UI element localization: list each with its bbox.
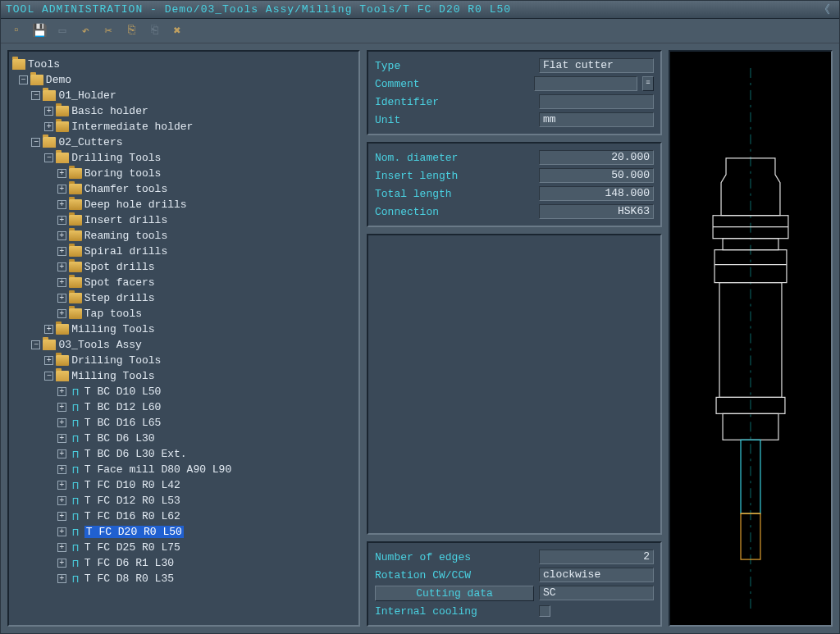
cut-icon[interactable]: ✂	[99, 22, 117, 40]
expander-icon[interactable]: +	[57, 434, 66, 443]
tree-item[interactable]: +⊓T FC D16 R0 L62	[12, 509, 355, 524]
tree-item[interactable]: +Deep hole drills	[12, 197, 355, 212]
expander-icon[interactable]: +	[57, 185, 66, 194]
expander-icon[interactable]: +	[57, 527, 66, 536]
tree-item[interactable]: +⊓T FC D25 R0 L75	[12, 540, 355, 555]
expander-icon[interactable]: +	[57, 481, 66, 490]
tree-item[interactable]: +Intermediate holder	[12, 119, 355, 135]
expander-icon[interactable]: −	[19, 75, 28, 84]
tree-panel[interactable]: Tools −Demo −01_Holder +Basic holder +In…	[7, 50, 360, 627]
tree-item[interactable]: +⊓T FC D12 R0 L53	[12, 493, 355, 509]
tree-item[interactable]: +⊓T FC D10 R0 L42	[12, 477, 355, 493]
collapse-icon[interactable]: 《	[815, 2, 834, 17]
expander-icon[interactable]: −	[31, 340, 40, 349]
delete-icon[interactable]: ✖	[168, 22, 186, 40]
expander-icon[interactable]: +	[57, 512, 66, 521]
tree-item[interactable]: +Reaming tools	[12, 228, 355, 244]
tree-item[interactable]: +⊓T BC D6 L30 Ext.	[12, 446, 355, 462]
expander-icon[interactable]: +	[57, 169, 66, 178]
rotation-label: Rotation CW/CCW	[375, 569, 534, 582]
edges-field[interactable]: 2	[539, 550, 654, 564]
svg-rect-4	[714, 250, 787, 283]
copy-icon[interactable]: ⎘	[122, 22, 140, 40]
tree-item-selected[interactable]: +⊓T FC D20 R0 L50	[12, 524, 355, 540]
identifier-label: Identifier	[375, 96, 534, 108]
new-icon[interactable]: ▫	[7, 22, 25, 40]
expander-icon[interactable]: +	[57, 496, 66, 505]
tree-item[interactable]: +Spot facers	[12, 275, 355, 290]
expander-icon[interactable]: +	[57, 309, 66, 318]
expander-icon[interactable]: −	[31, 138, 40, 147]
tree-item[interactable]: −Demo	[12, 72, 355, 88]
tree-item[interactable]: +Tap tools	[12, 306, 355, 322]
insert-length-field[interactable]: 50.000	[539, 168, 654, 183]
properties-panel-cutting: Number of edges 2 Rotation CW/CCW clockw…	[367, 541, 662, 627]
expander-icon[interactable]: +	[57, 247, 66, 256]
expander-icon[interactable]: +	[57, 262, 66, 271]
folder-closed-icon	[69, 293, 82, 303]
tree-item[interactable]: +⊓T BC D12 L60	[12, 399, 355, 415]
comment-dropdown-icon[interactable]: ≡	[642, 76, 654, 91]
cutting-data-field[interactable]: SC	[539, 586, 654, 600]
expander-icon[interactable]: +	[57, 418, 66, 427]
connection-field[interactable]: HSK63	[539, 204, 654, 219]
expander-icon[interactable]: +	[57, 574, 66, 583]
type-field[interactable]: Flat cutter	[539, 58, 654, 73]
expander-icon[interactable]: +	[57, 387, 66, 396]
unit-field[interactable]: mm	[539, 112, 654, 127]
tree-item[interactable]: +⊓T BC D10 L50	[12, 384, 355, 399]
expander-icon[interactable]: +	[44, 325, 53, 334]
rotation-field[interactable]: clockwise	[539, 568, 654, 582]
total-length-field[interactable]: 148.000	[539, 186, 654, 201]
expander-icon[interactable]: +	[57, 559, 66, 568]
insert-length-label: Insert length	[375, 170, 534, 182]
expander-icon[interactable]: +	[57, 278, 66, 287]
tree-item[interactable]: +⊓T BC D6 L30	[12, 431, 355, 446]
expander-icon[interactable]: +	[57, 294, 66, 303]
tree-item[interactable]: +Boring tools	[12, 166, 355, 181]
tree-item[interactable]: −Drilling Tools	[12, 150, 355, 166]
tree-item[interactable]: −02_Cutters	[12, 135, 355, 150]
expander-icon[interactable]: +	[44, 122, 53, 131]
tree-item[interactable]: −01_Holder	[12, 88, 355, 103]
tree-item[interactable]: +Milling Tools	[12, 322, 355, 337]
tree-item[interactable]: +Basic holder	[12, 103, 355, 119]
paste-icon[interactable]: ⎗	[145, 22, 163, 40]
tree-item[interactable]: +Chamfer tools	[12, 181, 355, 197]
expander-icon[interactable]: +	[57, 231, 66, 240]
tree-item[interactable]: +⊓T BC D16 L65	[12, 415, 355, 431]
diameter-field[interactable]: 20.000	[539, 150, 654, 165]
tree-root[interactable]: Tools	[12, 57, 355, 72]
save-icon[interactable]: 💾	[30, 22, 48, 40]
undo-icon[interactable]: ↶	[76, 22, 94, 40]
expander-icon[interactable]: −	[44, 372, 53, 381]
folder-open-icon	[43, 137, 56, 148]
expander-icon[interactable]: +	[57, 403, 66, 412]
cutting-data-button[interactable]: Cutting data	[375, 586, 534, 601]
expander-icon[interactable]: +	[57, 449, 66, 458]
identifier-field[interactable]	[539, 94, 654, 109]
expander-icon[interactable]: +	[57, 200, 66, 209]
tree-item[interactable]: +⊓T FC D6 R1 L30	[12, 555, 355, 571]
tree-item[interactable]: +⊓T Face mill D80 A90 L90	[12, 462, 355, 477]
expander-icon[interactable]: +	[57, 216, 66, 225]
tree-item[interactable]: +Spiral drills	[12, 244, 355, 259]
tree-item[interactable]: −Milling Tools	[12, 368, 355, 384]
expander-icon[interactable]: +	[44, 107, 53, 116]
expander-icon[interactable]: −	[31, 91, 40, 100]
tree-item[interactable]: +Step drills	[12, 290, 355, 306]
expander-icon[interactable]: +	[57, 543, 66, 552]
expander-icon[interactable]: +	[44, 356, 53, 365]
folder-open-icon	[30, 75, 43, 85]
tree-item[interactable]: +Insert drills	[12, 212, 355, 228]
tree-item[interactable]: +⊓T FC D8 R0 L35	[12, 571, 355, 586]
expander-icon[interactable]: −	[44, 153, 53, 162]
tree-item[interactable]: −03_Tools Assy	[12, 337, 355, 353]
open-icon[interactable]: ▭	[53, 22, 71, 40]
tree-item[interactable]: +Drilling Tools	[12, 353, 355, 368]
expander-icon[interactable]: +	[57, 465, 66, 474]
comment-field[interactable]	[534, 76, 637, 91]
folder-closed-icon	[56, 324, 69, 335]
cooling-checkbox[interactable]	[539, 605, 550, 617]
tree-item[interactable]: +Spot drills	[12, 259, 355, 275]
